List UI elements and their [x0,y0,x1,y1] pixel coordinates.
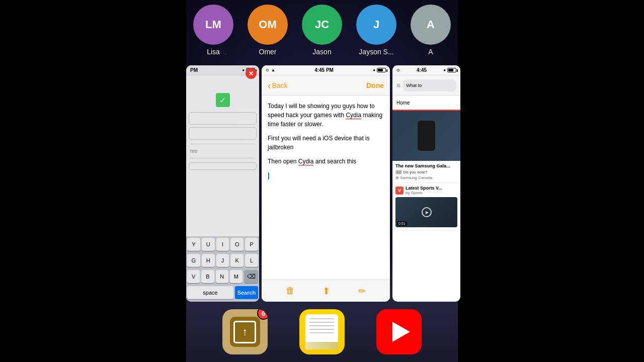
notes-app-icon[interactable] [299,309,345,354]
key-search[interactable]: Search [235,286,258,299]
divider-line [190,144,255,144]
browser-article-1[interactable]: The new Samsung Gala... Ad Do you note? … [392,161,460,183]
avatar-jayson: J [356,5,396,45]
tab-home[interactable]: Home [396,100,410,106]
cydia-link-2: Cydia [298,158,314,165]
avatar-omer: OM [248,5,288,45]
phone-hand-image [418,121,435,151]
app-dock: ↑ 6 [186,302,458,362]
text-field-1[interactable] [189,112,257,125]
key-h[interactable]: H [202,254,215,267]
sports-icon: V [395,187,404,195]
keyboard-bottom-row: space Search [186,285,259,302]
done-button[interactable]: Done [366,81,384,89]
contacts-row: LM Lisa OM Omer JC Jason J Jayson S... A… [186,0,458,60]
free-text-label: ree [190,148,255,154]
key-l[interactable]: L [245,254,258,267]
key-o[interactable]: O [230,238,244,251]
contact-omer[interactable]: OM Omer [246,5,290,56]
cydia-link-1: Cydia [346,112,361,119]
key-g[interactable]: G [187,254,200,267]
contact-jason[interactable]: JC Jason [300,5,344,56]
browser-content: The new Samsung Gala... Ad Do you note? … [392,111,460,230]
key-u[interactable]: U [202,238,215,251]
sports-video-thumbnail[interactable]: ▶ 0:51 [395,197,457,227]
right-status-icons: ● [443,68,456,72]
browser-hero-image [392,111,460,161]
play-button-icon[interactable]: ▶ [422,207,432,217]
key-j[interactable]: J [216,254,229,267]
samsung-logo: ⊕ [395,175,400,180]
key-y[interactable]: Y [187,238,200,251]
contact-a[interactable]: A A [409,5,453,56]
right-battery-icon [447,68,456,72]
divider-line-2 [190,158,255,158]
key-k[interactable]: K [230,254,244,267]
ad-badge: Ad [395,170,402,174]
avatar-jason: JC [302,5,342,45]
video-duration: 0:51 [397,221,407,226]
key-delete[interactable]: ⌫ [244,270,258,283]
middle-status-bar: ⊙ ▲ 4:45 PM ● [262,65,390,75]
compose-toolbar-icon[interactable]: ✏ [358,286,366,297]
share-toolbar-icon[interactable]: ⬆ [323,286,330,297]
middle-battery-icon [377,68,386,72]
right-status-bar: ⊙ 4:45 ● [392,65,460,75]
key-v[interactable]: V [187,270,200,283]
key-space[interactable]: space [187,286,233,299]
article-ad: Ad Do you note? [395,170,457,174]
key-m[interactable]: M [230,270,243,283]
text-field-3[interactable] [189,162,257,170]
keyboard-row-1: Y U I O P [186,236,259,252]
contact-lisa[interactable]: LM Lisa [191,5,235,56]
key-n[interactable]: N [216,270,228,283]
browser-tab-bar: Home [392,96,460,111]
right-status-time: 4:45 [417,67,427,73]
right-status-left: ⊙ [396,68,400,72]
key-b[interactable]: B [201,270,214,283]
browser-search-bar[interactable]: What to [403,79,456,92]
cydia-app-icon[interactable]: ↑ 6 [222,309,268,354]
avatar-a: A [411,5,451,45]
keyboard-row-2: G H J K L [186,252,259,268]
right-phone-screen: ⊙ 4:45 ● ≡ What to Home The new Samsung … [392,65,460,302]
article-title-1: The new Samsung Gala... [395,163,457,168]
dot-icon-2: ● [373,68,375,72]
youtube-app-icon[interactable] [376,309,422,354]
samsung-source-text: Samsung Canada [400,175,432,180]
left-phone-screen: PM ● ✓ ree Y U I O P G H [186,65,259,302]
signal-icon: ▲ [271,68,275,72]
hamburger-icon[interactable]: ≡ [396,81,400,89]
ad-text: Do you note? [404,170,428,174]
middle-status-time: 4:45 PM [314,67,334,73]
contact-name-a: A [428,48,433,56]
delete-toolbar-icon[interactable]: 🗑 [286,286,295,296]
back-label: Back [272,81,288,89]
notes-body[interactable]: Today I will be showing you guys how to … [262,96,390,191]
keyboard-row-3: V B N M ⌫ [186,268,259,285]
middle-status-icons: ● [373,68,386,72]
cydia-box: ↑ [230,317,260,347]
cydia-inner-box: ↑ [233,321,256,343]
notes-paragraph-3: Then open Cydia and search this [268,157,384,166]
notes-cursor-line [268,171,384,180]
browser-search-text: What to [406,83,422,88]
contact-name-jayson: Jayson S... [359,48,393,56]
screens-container: PM ● ✓ ree Y U I O P G H [186,65,458,302]
left-screen-content: ✓ ree [186,75,259,175]
wifi-icon-right: ⊙ [396,68,400,72]
contact-jayson[interactable]: J Jayson S... [354,5,398,56]
key-i[interactable]: I [216,238,229,251]
notes-paragraph-2: First you will need a iOS device that is… [268,134,384,152]
latest-sports-section[interactable]: V Latest Sports V... by Sports ▶ 0:51 [392,183,460,230]
back-button[interactable]: Back [268,80,288,90]
notes-paragraph-1: Today I will be showing you guys how to … [268,102,384,129]
left-screen-close-button[interactable] [246,68,257,79]
key-p[interactable]: P [245,238,258,251]
contact-name-omer: Omer [259,48,277,56]
checkmark-icon: ✓ [216,93,230,107]
keyboard-container: Y U I O P G H J K L V B N M ⌫ space [186,236,259,302]
text-field-2[interactable] [189,127,257,140]
sports-source: by Sports [406,191,442,195]
dot-icon-3: ● [443,68,446,72]
